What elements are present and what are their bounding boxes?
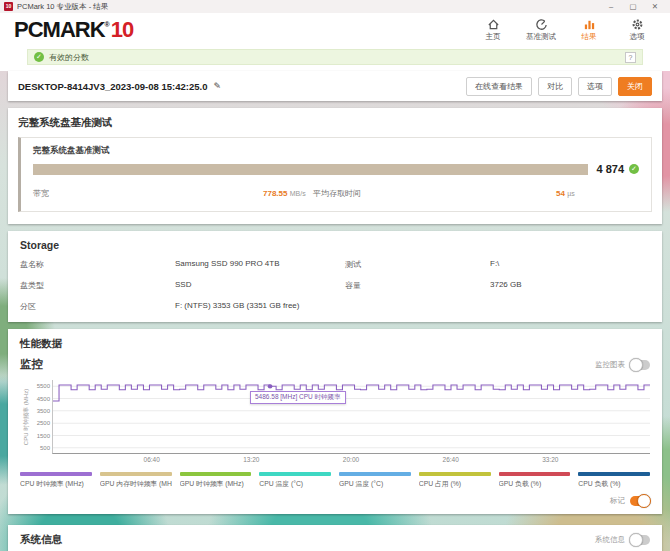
- capacity-value: 3726 GB: [490, 280, 650, 291]
- score-value: 4 874: [596, 163, 624, 175]
- nav-benchmarks-label: 基准测试: [522, 32, 560, 42]
- performance-card: 性能数据 监控 监控图表 CPU 时钟频率 (MHz) 500150025003…: [8, 329, 662, 514]
- view-online-button[interactable]: 在线查看结果: [466, 77, 532, 96]
- legend-cpu-clock[interactable]: CPU 时钟频率 (MHz): [20, 472, 92, 489]
- logo-number: 10: [111, 17, 133, 42]
- x-tick-label: 06:40: [144, 456, 160, 463]
- y-axis-label: CPU 时钟频率 (MHz): [22, 389, 31, 445]
- close-result-button[interactable]: 关闭: [618, 77, 652, 96]
- score-valid-icon: ✓: [629, 164, 639, 174]
- performance-title: 性能数据: [20, 337, 650, 351]
- legend-cpu-temp[interactable]: CPU 温度 (°C): [259, 472, 331, 489]
- y-tick-label: 4500: [37, 396, 50, 402]
- legend-gpu-mem-clock[interactable]: GPU 内存时钟频率 (MHz): [100, 472, 172, 489]
- legend-gpu-load[interactable]: GPU 负载 (%): [499, 472, 571, 489]
- bandwidth-label: 带宽: [33, 188, 263, 199]
- chart-toggle[interactable]: [630, 360, 650, 370]
- app-header: PCMARK®10 主页 基准测试 结果 选项: [0, 13, 670, 47]
- partition-value: F: (NTFS) 3353 GB (3351 GB free): [175, 301, 650, 312]
- nav-options[interactable]: 选项: [618, 18, 656, 42]
- benchmark-section-title: 完整系统盘基准测试: [18, 116, 652, 130]
- drive-type-label: 盘类型: [20, 280, 175, 291]
- legend-gpu-clock[interactable]: GPU 时钟频率 (MHz): [180, 472, 252, 489]
- compare-button[interactable]: 对比: [538, 77, 572, 96]
- drive-type-value: SSD: [175, 280, 345, 291]
- nav-results[interactable]: 结果: [570, 18, 608, 42]
- x-axis-ticks: 06:4013:2020:0026:4033:20: [52, 454, 650, 464]
- banner-strip: ✓ 有效的分数 ?: [0, 47, 670, 71]
- hover-marker: [268, 384, 273, 388]
- logo-text: PCMARK: [14, 17, 105, 42]
- capacity-label: 容量: [345, 280, 490, 291]
- close-icon[interactable]: ✕: [644, 2, 666, 11]
- access-time-value: 54 µs: [556, 189, 639, 198]
- bar-chart-icon: [570, 18, 608, 31]
- x-tick-label: 26:40: [443, 456, 459, 463]
- legend-cpu-usage[interactable]: CPU 占用 (%): [419, 472, 491, 489]
- bandwidth-unit: MB/s: [290, 190, 306, 197]
- nav-home[interactable]: 主页: [474, 18, 512, 42]
- app-icon: 10: [4, 2, 13, 11]
- edit-icon[interactable]: ✎: [213, 81, 221, 91]
- maximize-icon[interactable]: ▢: [622, 2, 644, 11]
- chart-legend: CPU 时钟频率 (MHz) GPU 内存时钟频率 (MHz) GPU 时钟频率…: [20, 472, 650, 489]
- y-tick-label: 500: [40, 445, 50, 451]
- plot-area[interactable]: 5486.58 [MHz] CPU 时钟频率: [52, 380, 650, 454]
- y-axis: CPU 时钟频率 (MHz) 50015002500350045005500: [20, 380, 52, 454]
- drive-name-value: Samsung SSD 990 PRO 4TB: [175, 259, 345, 270]
- valid-score-banner: ✓ 有效的分数 ?: [27, 49, 643, 65]
- nav-results-label: 结果: [570, 32, 608, 42]
- options-button[interactable]: 选项: [578, 77, 612, 96]
- markers-toggle[interactable]: [630, 496, 650, 506]
- partition-label: 分区: [20, 301, 175, 312]
- tested-label: 测试: [345, 259, 490, 270]
- minimize-icon[interactable]: –: [600, 2, 622, 11]
- monitoring-header: 监控 监控图表: [20, 357, 650, 372]
- legend-cpu-load[interactable]: CPU 负载 (%): [578, 472, 650, 489]
- y-tick-label: 3500: [37, 408, 50, 414]
- benchmark-card: 完整系统盘基准测试 完整系统盘基准测试 4 874 ✓ 带宽 778.55 MB…: [8, 108, 662, 224]
- gauge-icon: [522, 18, 560, 31]
- score-bar: [33, 164, 588, 175]
- x-tick-label: 20:00: [343, 456, 359, 463]
- gear-icon: [618, 18, 656, 31]
- result-header-card: DESKTOP-8414JV3_2023-09-08 15:42:25.0 ✎ …: [8, 71, 662, 101]
- markers-toggle-label: 标记: [610, 496, 625, 506]
- system-info-title: 系统信息: [20, 533, 62, 547]
- window-titlebar: 10 PCMark 10 专业版本 - 结果 – ▢ ✕: [0, 0, 670, 13]
- valid-score-text: 有效的分数: [49, 52, 89, 63]
- chart-tooltip: 5486.58 [MHz] CPU 时钟频率: [250, 391, 346, 404]
- system-info-card: 系统信息 系统信息 CPU 13th Gen Intel Core i9-139…: [8, 525, 662, 551]
- result-actions: 在线查看结果 对比 选项 关闭: [466, 77, 652, 96]
- system-info-toggle[interactable]: [630, 535, 650, 545]
- monitoring-chart: CPU 时钟频率 (MHz) 50015002500350045005500 5…: [20, 380, 650, 454]
- window-title: PCMark 10 专业版本 - 结果: [17, 2, 600, 12]
- y-tick-label: 5500: [37, 383, 50, 389]
- storage-card: Storage 盘名称 Samsung SSD 990 PRO 4TB 测试 F…: [8, 231, 662, 322]
- drive-name-label: 盘名称: [20, 259, 175, 270]
- access-time-unit: µs: [567, 190, 575, 197]
- main-nav: 主页 基准测试 结果 选项: [474, 18, 656, 42]
- chart-toggle-label: 监控图表: [595, 360, 625, 370]
- nav-benchmarks[interactable]: 基准测试: [522, 18, 560, 42]
- registered-mark: ®: [105, 21, 110, 28]
- pcmark-logo: PCMARK®10: [14, 19, 133, 41]
- benchmark-test-name: 完整系统盘基准测试: [33, 145, 639, 157]
- bandwidth-value: 778.55 MB/s: [263, 189, 313, 198]
- benchmark-result-box: 完整系统盘基准测试 4 874 ✓ 带宽 778.55 MB/s 平均存取时间 …: [18, 137, 652, 212]
- x-tick-label: 13:20: [243, 456, 259, 463]
- x-tick-label: 33:20: [542, 456, 558, 463]
- score-row: 4 874 ✓: [33, 163, 639, 175]
- help-button[interactable]: ?: [625, 52, 636, 63]
- storage-title: Storage: [20, 239, 650, 251]
- y-tick-label: 2500: [37, 420, 50, 426]
- check-circle-icon: ✓: [34, 52, 44, 62]
- storage-grid: 盘名称 Samsung SSD 990 PRO 4TB 测试 F:\ 盘类型 S…: [20, 259, 650, 312]
- nav-home-label: 主页: [474, 32, 512, 42]
- legend-gpu-temp[interactable]: GPU 温度 (°C): [339, 472, 411, 489]
- home-icon: [474, 18, 512, 31]
- nav-options-label: 选项: [618, 32, 656, 42]
- monitoring-title: 监控: [20, 357, 43, 372]
- metrics-row: 带宽 778.55 MB/s 平均存取时间 54 µs: [33, 188, 639, 199]
- access-time-label: 平均存取时间: [313, 188, 556, 199]
